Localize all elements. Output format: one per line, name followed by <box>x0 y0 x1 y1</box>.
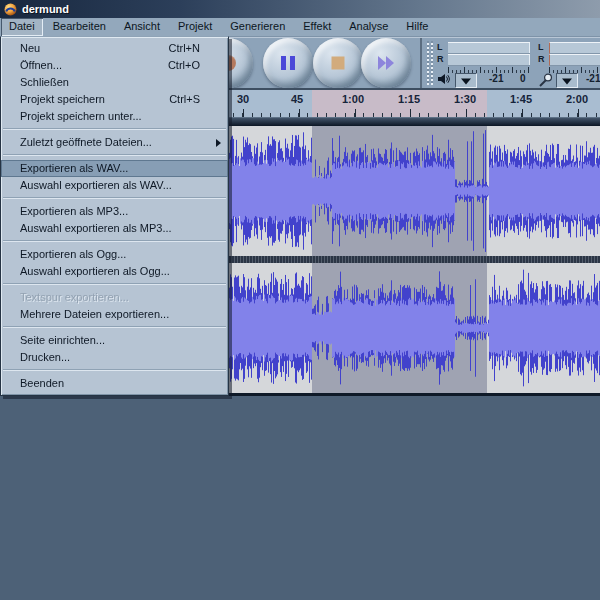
menu-item-label: Auswahl exportieren als MP3... <box>20 222 172 234</box>
menu-item-label: Exportieren als WAV... <box>20 162 128 174</box>
menubar-item-generieren[interactable]: Generieren <box>222 18 293 36</box>
output-meter-bar-right <box>448 54 530 66</box>
input-meter-dropdown[interactable] <box>556 73 578 88</box>
menu-item-label: Schließen <box>20 76 69 88</box>
menu-separator <box>1 366 228 375</box>
meter-scale-label: 0 <box>520 73 526 84</box>
menu-item-label: Seite einrichten... <box>20 334 105 346</box>
menu-item-neu[interactable]: NeuCtrl+N <box>1 40 228 57</box>
menu-item-label: Neu <box>20 42 40 54</box>
menu-item-label: Projekt speichern unter... <box>20 110 142 122</box>
dropdown-arrow-icon <box>562 78 572 84</box>
menu-item-exportieren-als-ogg[interactable]: Exportieren als Ogg... <box>1 246 228 263</box>
pause-button[interactable] <box>263 38 313 88</box>
menubar-item-hilfe[interactable]: Hilfe <box>398 18 436 36</box>
menu-separator <box>1 323 228 332</box>
input-meter-bar-left <box>549 42 600 54</box>
menu-item-beenden[interactable]: Beenden <box>1 375 228 392</box>
speaker-icon <box>437 73 451 86</box>
stop-icon <box>332 57 345 70</box>
input-level-meter[interactable]: L R -21 <box>537 40 600 86</box>
menu-item-label: Beenden <box>20 377 64 389</box>
menu-item-label: Exportieren als Ogg... <box>20 248 126 260</box>
menu-item-label: Öffnen... <box>20 59 62 71</box>
output-level-meter[interactable]: L R -21 0 <box>436 40 532 86</box>
meter-scale-label: -21 <box>586 73 600 84</box>
ruler-ticks <box>229 109 600 117</box>
menubar-item-ansicht[interactable]: Ansicht <box>116 18 168 36</box>
ruler-time-label: 45 <box>291 93 303 105</box>
menu-item-shortcut: Ctrl+O <box>168 57 200 74</box>
audacity-window: dermund DateiBearbeitenAnsichtProjektGen… <box>0 0 600 600</box>
menu-item-textspur-exportieren: Textspur exportieren... <box>1 289 228 306</box>
menu-separator <box>1 237 228 246</box>
skip-to-end-button[interactable] <box>361 38 411 88</box>
menubar-item-effekt[interactable]: Effekt <box>295 18 339 36</box>
menu-item-label: Projekt speichern <box>20 93 105 105</box>
menu-separator <box>1 280 228 289</box>
file-menu-dropdown: NeuCtrl+NÖffnen...Ctrl+OSchließenProjekt… <box>0 36 229 396</box>
menu-item-projekt-speichern[interactable]: Projekt speichernCtrl+S <box>1 91 228 108</box>
menubar: DateiBearbeitenAnsichtProjektGenerierenE… <box>0 18 600 37</box>
menu-item-label: Textspur exportieren... <box>20 291 129 303</box>
titlebar[interactable]: dermund <box>0 0 600 18</box>
ruler-time-label: 1:45 <box>510 93 532 105</box>
menu-item-shortcut: Ctrl+N <box>169 40 200 57</box>
ruler-time-label: 2:00 <box>566 93 588 105</box>
menu-separator <box>1 125 228 134</box>
menubar-item-datei[interactable]: Datei <box>1 18 43 36</box>
menubar-item-analyse[interactable]: Analyse <box>341 18 396 36</box>
menu-item-exportieren-als-wav[interactable]: Exportieren als WAV... <box>1 160 228 177</box>
submenu-arrow-icon <box>216 139 221 147</box>
menu-item-shortcut: Ctrl+S <box>169 91 200 108</box>
menu-separator <box>1 151 228 160</box>
meter-scale-label: -21 <box>489 73 503 84</box>
output-meter-dropdown[interactable] <box>455 73 477 88</box>
meter-channel-label: R <box>437 54 444 65</box>
menubar-item-projekt[interactable]: Projekt <box>170 18 220 36</box>
output-meter-bar-left <box>448 42 530 54</box>
meter-toolbar-grip[interactable] <box>427 41 434 85</box>
menu-item-seite-einrichten[interactable]: Seite einrichten... <box>1 332 228 349</box>
menu-item-label: Exportieren als MP3... <box>20 205 128 217</box>
dropdown-arrow-icon <box>461 78 471 84</box>
menubar-item-bearbeiten[interactable]: Bearbeiten <box>45 18 114 36</box>
ruler-time-label: 30 <box>237 93 249 105</box>
microphone-icon <box>538 73 553 87</box>
empty-workspace <box>0 396 600 600</box>
meter-channel-label: L <box>538 42 544 53</box>
menu-item-auswahl-exportieren-als-mp3[interactable]: Auswahl exportieren als MP3... <box>1 220 228 237</box>
ruler-time-label: 1:30 <box>454 93 476 105</box>
ruler-time-label: 1:15 <box>398 93 420 105</box>
ruler-time-label: 1:00 <box>342 93 364 105</box>
menu-item-label: Auswahl exportieren als WAV... <box>20 179 172 191</box>
menu-item-label: Zuletzt geöffnete Dateien... <box>20 136 152 148</box>
menu-separator <box>1 194 228 203</box>
menu-item-exportieren-als-mp3[interactable]: Exportieren als MP3... <box>1 203 228 220</box>
input-meter-bar-right <box>549 54 600 66</box>
stop-button[interactable] <box>313 38 363 88</box>
menu-item-auswahl-exportieren-als-ogg[interactable]: Auswahl exportieren als Ogg... <box>1 263 228 280</box>
menu-item-drucken[interactable]: Drucken... <box>1 349 228 366</box>
menu-item-label: Mehrere Dateien exportieren... <box>20 308 169 320</box>
menu-item-ffnen[interactable]: Öffnen...Ctrl+O <box>1 57 228 74</box>
menu-item-label: Auswahl exportieren als Ogg... <box>20 265 170 277</box>
meter-channel-label: L <box>437 42 443 53</box>
skip-end-icon <box>378 56 394 70</box>
toolbar-divider <box>420 38 422 88</box>
menu-item-projekt-speichern-unter[interactable]: Projekt speichern unter... <box>1 108 228 125</box>
menu-item-auswahl-exportieren-als-wav[interactable]: Auswahl exportieren als WAV... <box>1 177 228 194</box>
meter-channel-label: R <box>538 54 545 65</box>
menu-item-label: Drucken... <box>20 351 70 363</box>
menu-item-schlie-en[interactable]: Schließen <box>1 74 228 91</box>
menu-item-zuletzt-ge-ffnete-dateien[interactable]: Zuletzt geöffnete Dateien... <box>1 134 228 151</box>
pause-icon <box>281 56 295 70</box>
window-title: dermund <box>22 3 69 15</box>
audacity-logo-icon <box>4 3 17 16</box>
menu-item-mehrere-dateien-exportieren[interactable]: Mehrere Dateien exportieren... <box>1 306 228 323</box>
